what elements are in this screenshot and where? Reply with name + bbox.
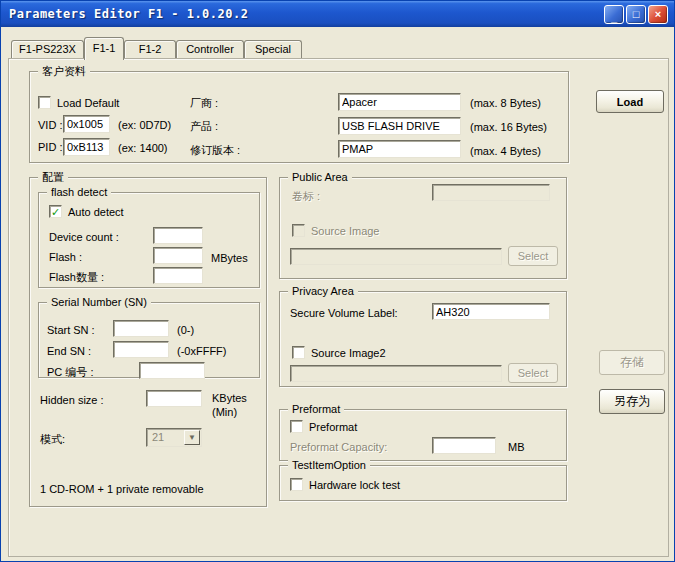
hidden-size-input[interactable] [146,390,202,407]
hidden-size-min-label: (Min) [212,406,237,419]
chevron-down-icon: ▼ [184,430,200,445]
tab-controller[interactable]: Controller [176,40,244,58]
load-default-label[interactable]: Load Default [57,97,119,110]
preformat-legend: Preformat [288,402,344,416]
flash-qty-input[interactable] [153,267,203,284]
vendor-label: 厂商 : [190,97,218,110]
source-image-checkbox [292,224,305,237]
pid-label: PID : [38,141,62,154]
serial-number-legend: Serial Number (SN) [47,295,151,309]
product-input[interactable] [338,117,461,135]
parameters-editor-window: Parameters Editor F1 - 1.0.20.2 _ □ × F1… [0,0,675,562]
titlebar: Parameters Editor F1 - 1.0.20.2 [1,1,674,27]
public-select-button: Select [508,246,558,266]
start-sn-hint: (0-) [177,324,194,337]
flash-detect-legend: flash detect [47,185,111,199]
minimize-button[interactable]: _ [604,5,624,24]
preformat-group: Preformat Preformat Preformat Capacity: … [279,409,567,461]
auto-detect-label[interactable]: Auto detect [68,206,124,219]
close-button[interactable]: × [648,5,668,24]
secure-volume-input[interactable] [432,303,550,320]
vid-label: VID : [38,119,62,132]
flash-detect-group: flash detect ✓ Auto detect Device count … [38,192,260,288]
mode-select: 21 ▼ [146,428,202,447]
maximize-icon: □ [633,8,640,20]
tab-special[interactable]: Special [244,40,302,58]
pc-number-label: PC 编号 : [47,366,93,379]
save-button: 存储 [599,350,665,375]
source-image-label: Source Image [311,225,379,238]
flash-qty-label: Flash数量 : [49,271,104,284]
pc-number-input[interactable] [139,362,205,379]
privacy-area-legend: Privacy Area [288,284,358,298]
preformat-capacity-label: Preformat Capacity: [290,441,387,454]
vid-input[interactable] [63,115,110,133]
close-icon: × [655,8,661,20]
volume-label: 卷标 : [292,190,320,203]
tab-f1-ps223x[interactable]: F1-PS223X [11,40,84,58]
secure-volume-label: Secure Volume Label: [290,307,398,320]
pid-hint: (ex: 1400) [118,142,168,155]
public-area-group: Public Area 卷标 : Source Image Select [279,177,567,279]
start-sn-label: Start SN : [47,324,95,337]
end-sn-hint: (-0xFFFF) [177,345,226,358]
product-hint: (max. 16 Bytes) [470,121,547,134]
vendor-hint: (max. 8 Bytes) [470,97,541,110]
auto-detect-checkbox[interactable]: ✓ [49,205,62,218]
end-sn-input[interactable] [113,341,169,358]
window-title: Parameters Editor F1 - 1.0.20.2 [9,7,248,21]
tab-f1-2[interactable]: F1-2 [124,40,176,58]
flash-input[interactable] [153,247,203,264]
maximize-button[interactable]: □ [626,5,646,24]
flash-label: Flash : [49,251,82,264]
preformat-capacity-input [432,437,496,454]
revision-label: 修订版本 : [190,144,240,157]
load-button[interactable]: Load [596,90,664,113]
public-area-legend: Public Area [288,170,352,184]
source-image2-checkbox[interactable] [292,346,305,359]
hidden-size-label: Hidden size : [40,394,104,407]
preformat-capacity-unit: MB [508,441,525,454]
customer-group-legend: 客户资料 [38,64,90,78]
hardware-lock-test-checkbox[interactable] [290,478,303,491]
source-image-path-input [290,248,502,265]
source-image2-path-input [290,365,502,382]
revision-input[interactable] [338,140,461,158]
hardware-lock-test-label[interactable]: Hardware lock test [309,479,400,492]
end-sn-label: End SN : [47,345,91,358]
config-group: 配置 flash detect ✓ Auto detect Device cou… [29,177,267,507]
minimize-icon: _ [611,11,617,23]
customer-group: 客户资料 Load Default VID : (ex: 0D7D) PID :… [29,71,569,163]
load-default-checkbox[interactable] [38,96,51,109]
config-group-legend: 配置 [38,170,68,184]
preformat-checkbox-label[interactable]: Preformat [309,421,357,434]
revision-hint: (max. 4 Bytes) [470,145,541,158]
hidden-size-unit-label: KBytes [212,392,247,405]
device-count-label: Device count : [49,231,119,244]
mode-label: 模式: [40,433,65,446]
flash-unit-label: MBytes [211,252,248,265]
mode-value: 21 [152,431,164,443]
test-item-option-legend: TestItemOption [288,458,370,472]
source-image2-label[interactable]: Source Image2 [311,347,386,360]
vendor-input[interactable] [338,93,461,111]
privacy-area-group: Privacy Area Secure Volume Label: Source… [279,291,567,387]
start-sn-input[interactable] [113,320,169,337]
preformat-checkbox[interactable] [290,420,303,433]
product-label: 产品 : [190,120,218,133]
privacy-select-button: Select [508,363,558,383]
save-as-button[interactable]: 另存为 [599,389,665,414]
vid-hint: (ex: 0D7D) [118,119,171,132]
pid-input[interactable] [63,138,110,156]
tab-f1-1[interactable]: F1-1 [84,37,124,60]
volume-input [432,184,550,201]
auto-detect-checkmark: ✓ [51,206,60,218]
config-note: 1 CD-ROM + 1 private removable [40,483,204,496]
device-count-input[interactable] [153,227,203,244]
test-item-option-group: TestItemOption Hardware lock test [279,465,567,501]
serial-number-group: Serial Number (SN) Start SN : (0-) End S… [38,302,260,378]
